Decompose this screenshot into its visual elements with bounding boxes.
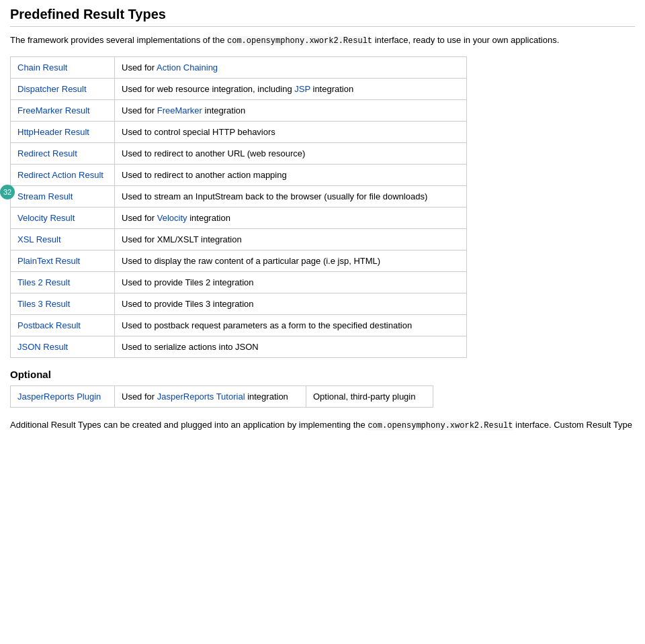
result-type-cell: Velocity Result [11, 208, 115, 229]
description-text: Used for [122, 213, 157, 223]
table-row: JSON ResultUsed to serialize actions int… [11, 336, 467, 358]
result-description-cell: Used to stream an InputStream back to th… [115, 186, 467, 208]
result-description-cell: Used to serialize actions into JSON [115, 336, 467, 358]
result-type-link[interactable]: Dispatcher Result [17, 84, 87, 94]
result-description-cell: Used to control special HTTP behaviors [115, 122, 467, 143]
table-row: HttpHeader ResultUsed to control special… [11, 122, 467, 143]
result-type-link[interactable]: Stream Result [17, 191, 73, 201]
result-type-link[interactable]: Redirect Action Result [17, 170, 103, 180]
results-table: Chain ResultUsed for Action ChainingDisp… [10, 56, 467, 358]
result-description-cell: Used to redirect to another URL (web res… [115, 143, 467, 165]
result-type-link[interactable]: HttpHeader Result [17, 127, 89, 137]
optional-plugin-cell: JasperReports Plugin [11, 386, 115, 408]
result-type-link[interactable]: Tiles 3 Result [17, 299, 70, 309]
result-description-cell: Used to postback request parameters as a… [115, 315, 467, 336]
result-type-cell: Redirect Action Result [11, 165, 115, 186]
table-row: Tiles 3 ResultUsed to provide Tiles 3 in… [11, 293, 467, 315]
table-row: Dispatcher ResultUsed for web resource i… [11, 79, 467, 100]
table-row: XSL ResultUsed for XML/XSLT integration [11, 229, 467, 250]
result-type-cell: Tiles 2 Result [11, 272, 115, 293]
result-type-link[interactable]: Chain Result [17, 62, 67, 73]
description-after: integration [310, 84, 353, 94]
result-type-link[interactable]: Tiles 2 Result [17, 277, 70, 287]
table-row: PlainText ResultUsed to display the raw … [11, 250, 467, 272]
result-type-cell: JSON Result [11, 336, 115, 358]
result-description-cell: Used to display the raw content of a par… [115, 250, 467, 272]
result-description-cell: Used for Action Chaining [115, 57, 467, 79]
optional-table: JasperReports PluginUsed for JasperRepor… [10, 385, 433, 408]
result-type-link[interactable]: Velocity Result [17, 213, 75, 223]
description-after: integration [187, 213, 230, 223]
table-row: Redirect ResultUsed to redirect to anoth… [11, 143, 467, 165]
intro-code: com.opensymphony.xwork2.Result [227, 36, 372, 46]
intro-text1: The framework provides several implement… [10, 35, 224, 45]
result-type-cell: Tiles 3 Result [11, 293, 115, 315]
result-type-link[interactable]: Postback Result [17, 320, 81, 330]
page-title: Predefined Result Types [10, 7, 635, 27]
description-link[interactable]: FreeMarker [157, 105, 202, 116]
result-description-cell: Used for FreeMarker integration [115, 100, 467, 122]
optional-table-row: JasperReports PluginUsed for JasperRepor… [11, 386, 433, 408]
result-type-link[interactable]: JSON Result [17, 342, 68, 352]
table-row: Velocity ResultUsed for Velocity integra… [11, 208, 467, 229]
result-type-cell: HttpHeader Result [11, 122, 115, 143]
optional-desc-link[interactable]: JasperReports Tutorial [157, 392, 245, 402]
description-link[interactable]: Velocity [157, 213, 187, 223]
description-link[interactable]: JSP [294, 84, 310, 94]
optional-plugin-link[interactable]: JasperReports Plugin [17, 392, 101, 402]
description-text: Used for [122, 62, 157, 73]
intro-paragraph: The framework provides several implement… [10, 34, 635, 47]
result-description-cell: Used to redirect to another action mappi… [115, 165, 467, 186]
result-type-cell: Chain Result [11, 57, 115, 79]
result-description-cell: Used to provide Tiles 2 integration [115, 272, 467, 293]
footer-text2: interface. Custom Result Type [515, 420, 632, 430]
intro-text2: interface, ready to use in your own appl… [375, 35, 560, 45]
result-type-link[interactable]: XSL Result [17, 234, 61, 244]
result-type-cell: Postback Result [11, 315, 115, 336]
description-text: Used for web resource integration, inclu… [122, 84, 294, 94]
result-description-cell: Used to provide Tiles 3 integration [115, 293, 467, 315]
result-type-link[interactable]: PlainText Result [17, 256, 80, 266]
result-type-cell: PlainText Result [11, 250, 115, 272]
footer-text1: Additional Result Types can be created a… [10, 420, 366, 430]
result-type-cell: XSL Result [11, 229, 115, 250]
table-row: Postback ResultUsed to postback request … [11, 315, 467, 336]
footer-note: Additional Result Types can be created a… [10, 418, 635, 432]
result-description-cell: Used for XML/XSLT integration [115, 229, 467, 250]
description-after: integration [202, 105, 245, 116]
optional-description-cell: Used for JasperReports Tutorial integrat… [115, 386, 306, 408]
footer-code: com.opensymphony.xwork2.Result [368, 421, 513, 430]
table-row: Chain ResultUsed for Action Chaining [11, 57, 467, 79]
optional-desc-before: Used for [122, 392, 157, 402]
result-type-cell: Redirect Result [11, 143, 115, 165]
description-text: Used for [122, 105, 157, 116]
table-row: FreeMarker ResultUsed for FreeMarker int… [11, 100, 467, 122]
result-type-cell: Stream Result [11, 186, 115, 208]
result-type-cell: FreeMarker Result [11, 100, 115, 122]
table-row: Tiles 2 ResultUsed to provide Tiles 2 in… [11, 272, 467, 293]
result-description-cell: Used for Velocity integration [115, 208, 467, 229]
table-row: Redirect Action ResultUsed to redirect t… [11, 165, 467, 186]
optional-note-cell: Optional, third-party plugin [306, 386, 433, 408]
badge: 32 [0, 185, 15, 199]
table-row: Stream ResultUsed to stream an InputStre… [11, 186, 467, 208]
result-type-link[interactable]: Redirect Result [17, 148, 77, 158]
result-type-link[interactable]: FreeMarker Result [17, 105, 90, 116]
optional-header: Optional [10, 369, 635, 380]
optional-desc-after: integration [245, 392, 288, 402]
result-type-cell: Dispatcher Result [11, 79, 115, 100]
description-link[interactable]: Action Chaining [157, 62, 218, 73]
result-description-cell: Used for web resource integration, inclu… [115, 79, 467, 100]
